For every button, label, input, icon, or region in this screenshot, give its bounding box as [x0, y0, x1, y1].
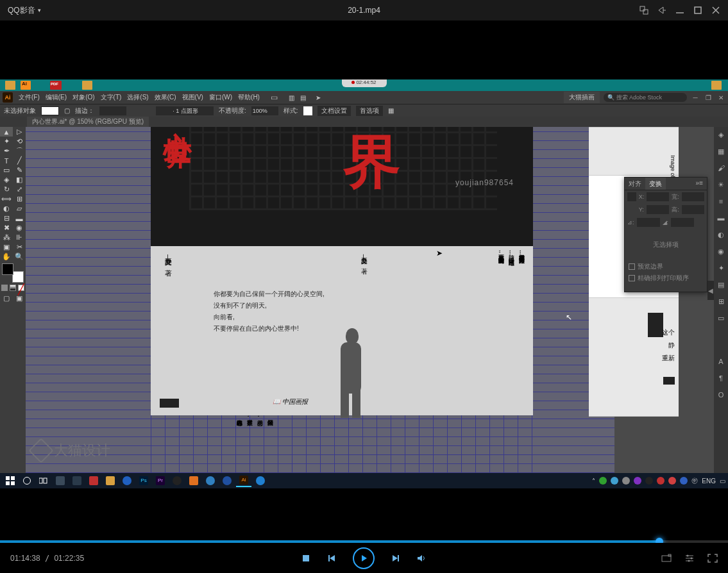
panel-collapse-handle[interactable]: ◀ [707, 281, 714, 300]
lasso-tool[interactable]: ⟲ [13, 137, 26, 146]
menu-view[interactable]: 视图(V) [182, 93, 203, 102]
opacity-input[interactable]: 100% [251, 106, 278, 115]
width-tool[interactable]: ⟺ [0, 194, 13, 204]
shaper-tool[interactable]: ◈ [0, 175, 13, 185]
tray-icon[interactable] [645, 477, 653, 485]
ai-file-icon[interactable] [21, 81, 31, 90]
menu-object[interactable]: 对象(O) [72, 93, 94, 102]
swatches-panel-icon[interactable]: ▦ [716, 147, 725, 156]
tb-illustrator[interactable]: Ai [236, 474, 251, 487]
ai-close-button[interactable]: ✕ [716, 94, 725, 101]
angle-input[interactable] [637, 218, 660, 227]
panel-tab-transform[interactable]: 变换 [645, 178, 666, 190]
blend-tool[interactable]: ◉ [13, 223, 26, 233]
transparency-panel-icon[interactable]: ◐ [716, 231, 725, 240]
line-tool[interactable]: ╱ [13, 156, 26, 165]
tb-app-1[interactable] [53, 474, 68, 487]
type-tool[interactable]: T [0, 156, 13, 165]
align-transform-panel[interactable]: 对齐 变换 »≡ X: 宽: Y: 高: ⊿: ◢: 无选择项 预览边界 精确排… [624, 177, 707, 292]
tb-edge[interactable] [253, 474, 268, 487]
eyedropper-tool[interactable]: ✖ [0, 223, 13, 233]
free-transform-tool[interactable]: ⊞ [13, 194, 26, 204]
y-input[interactable] [647, 205, 669, 214]
ref-point-icon[interactable] [627, 192, 636, 201]
curvature-tool[interactable]: ⌒ [13, 146, 26, 156]
screen-mode-normal[interactable]: ▢ [0, 294, 13, 303]
maximize-button[interactable] [693, 6, 702, 15]
menu-help[interactable]: 帮助(H) [238, 93, 260, 102]
pdf-file-icon[interactable] [50, 81, 62, 90]
appearance-panel-icon[interactable]: ◉ [716, 247, 725, 256]
close-button[interactable] [711, 6, 720, 15]
panel-tab-align[interactable]: 对齐 [625, 178, 645, 190]
tb-photoshop[interactable]: Ps [136, 474, 151, 487]
search-input[interactable]: 🔍 搜索 Adobe Stock [604, 93, 687, 102]
panel-menu-icon[interactable]: »≡ [692, 178, 707, 190]
tb-premiere[interactable]: Pr [153, 474, 168, 487]
stroke-weight-input[interactable] [99, 106, 126, 115]
prev-button[interactable] [327, 554, 336, 563]
selection-tool[interactable]: ▲ [0, 127, 13, 137]
workspace-label[interactable]: 大猫插画 [564, 92, 600, 103]
window-icon-1[interactable] [639, 6, 648, 15]
folder-icon[interactable] [82, 81, 92, 90]
fullscreen-button[interactable] [707, 554, 718, 563]
pin-icon[interactable] [657, 6, 666, 15]
w-input[interactable] [682, 192, 704, 201]
shape-builder-tool[interactable]: ◐ [0, 204, 13, 213]
x-input[interactable] [647, 192, 669, 201]
style-swatch[interactable] [303, 106, 312, 115]
dropdown-icon[interactable]: ▾ [38, 7, 41, 13]
gradient-tool[interactable]: ▬ [13, 213, 26, 223]
arrow-icon[interactable]: ➤ [316, 94, 321, 101]
settings-button[interactable] [684, 554, 695, 563]
paintbrush-tool[interactable]: ✎ [13, 165, 26, 175]
pen-tool[interactable]: ✒ [0, 146, 13, 156]
tb-app-blue[interactable] [203, 474, 218, 487]
cortana-icon[interactable] [19, 474, 35, 487]
stroke-panel-icon[interactable]: ≡ [716, 197, 725, 206]
eraser-tool[interactable]: ◧ [13, 175, 26, 185]
tray-icon[interactable] [657, 477, 665, 485]
hand-tool[interactable]: ✋ [0, 252, 13, 262]
rotate-tool[interactable]: ↻ [0, 185, 13, 194]
tray-icon[interactable] [611, 477, 618, 485]
start-button[interactable] [3, 474, 18, 487]
artboard-tool[interactable]: ▣ [0, 242, 13, 252]
align-icon[interactable]: ▦ [388, 107, 394, 114]
capture-button[interactable] [661, 554, 672, 563]
tb-obs[interactable] [169, 474, 185, 487]
tb-app-blue2[interactable] [219, 474, 235, 487]
menu-window[interactable]: 窗口(W) [209, 93, 232, 102]
column-graph-tool[interactable]: ⊪ [13, 233, 26, 242]
ai-restore-button[interactable]: ❐ [704, 94, 713, 101]
zoom-tool[interactable]: 🔍 [13, 252, 26, 262]
tb-file-explorer[interactable] [103, 474, 118, 487]
checkbox-preview[interactable]: 预览边界 [625, 261, 707, 272]
direct-selection-tool[interactable]: ▷ [13, 127, 26, 137]
slice-tool[interactable]: ✂ [13, 242, 26, 252]
document-setup-button[interactable]: 文档设置 [317, 106, 351, 116]
notification-icon[interactable]: ▭ [720, 478, 725, 485]
symbols-panel-icon[interactable]: ☀ [716, 181, 725, 190]
ai-minimize-button[interactable]: ─ [691, 94, 700, 101]
stop-button[interactable] [301, 554, 310, 563]
menu-type[interactable]: 文字(T) [101, 93, 122, 102]
tray-icon[interactable] [599, 477, 607, 485]
menu-edit[interactable]: 编辑(E) [46, 93, 67, 102]
menu-select[interactable]: 选择(S) [127, 93, 148, 102]
volume-button[interactable] [417, 554, 427, 563]
menu-effect[interactable]: 效果(C) [155, 93, 176, 102]
menu-file[interactable]: 文件(F) [19, 93, 40, 102]
stroke-profile-input[interactable]: · 1 点圆形 [156, 106, 214, 115]
char-panel-icon[interactable]: A [716, 358, 725, 367]
document-tab[interactable]: 内心世界.ai* @ 150% (RGB/GPU 预览) [27, 117, 149, 127]
stroke-icon[interactable]: ▢ [64, 107, 70, 114]
bridge-icon[interactable]: ▭ [271, 93, 278, 102]
symbol-sprayer-tool[interactable]: ⁂ [0, 233, 13, 242]
folder-icon[interactable] [5, 81, 15, 90]
layers-panel-icon[interactable]: ▤ [716, 281, 725, 290]
arrange-icon-2[interactable]: ▤ [300, 94, 306, 101]
canvas[interactable]: 心世界 界 youjian987654 夏文静 — 著 夏文静 — 著 你都要为… [26, 127, 614, 473]
artboards-panel-icon[interactable]: ▭ [716, 314, 725, 323]
